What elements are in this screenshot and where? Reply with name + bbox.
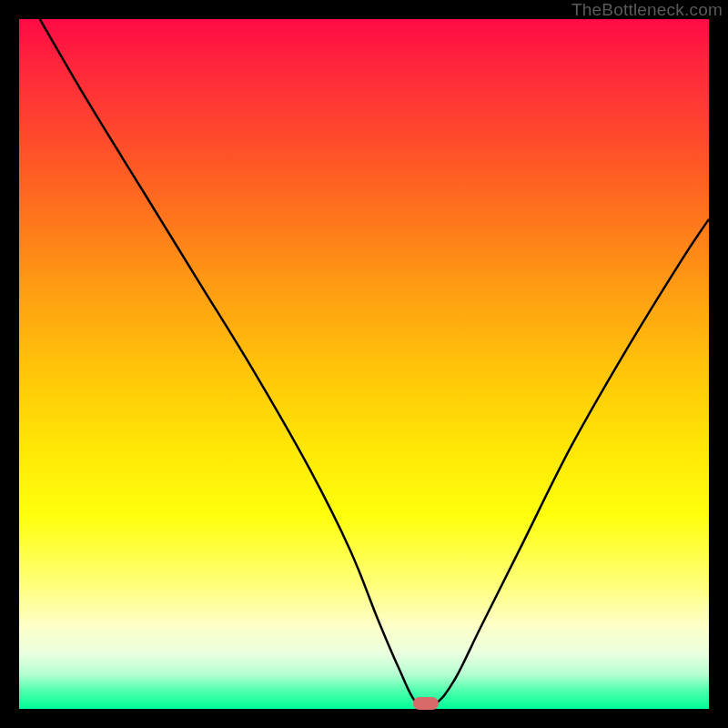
curve-svg xyxy=(19,19,709,709)
minimum-marker xyxy=(413,697,439,710)
bottleneck-curve-path xyxy=(40,19,709,708)
watermark-text: TheBottleneck.com xyxy=(571,0,723,20)
plot-area xyxy=(19,19,709,709)
chart-container: TheBottleneck.com xyxy=(0,0,728,728)
